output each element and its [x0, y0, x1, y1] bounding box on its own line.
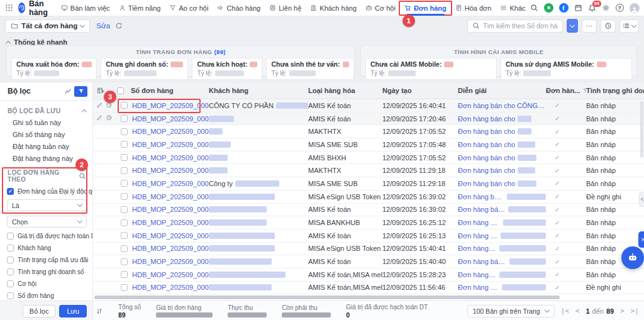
order-number-link[interactable]: HDB_MOP_202509_0000216 — [132, 284, 209, 291]
description-link[interactable]: Đơn hàng bán cho — [458, 180, 515, 187]
order-number-link[interactable]: HDB_MOP_202509_0000237 — [132, 141, 209, 148]
order-number-link[interactable]: HDB_MOP_202509_0000234 — [132, 193, 209, 201]
topnav-item-tiem-nang[interactable]: Tiềm năng — [114, 0, 165, 16]
saved-filter-item[interactable]: Ghi sổ tuần này — [0, 119, 92, 126]
operator-select[interactable]: Là — [7, 199, 87, 211]
collapse-panel-handle[interactable] — [639, 192, 644, 207]
waffle-menu-icon[interactable] — [5, 4, 13, 12]
order-number-link[interactable]: HDB_MOP_202509_0000227 — [132, 245, 209, 252]
row-checkbox[interactable] — [121, 284, 128, 291]
summary-settings-icon[interactable] — [96, 307, 103, 315]
order-number-link[interactable]: HDB_MOP_202509_0000231 — [132, 232, 209, 240]
checkbox-unchecked[interactable] — [7, 280, 14, 287]
checkbox-unchecked[interactable] — [7, 268, 14, 275]
row-checkbox[interactable] — [121, 193, 128, 200]
search-input[interactable] — [483, 22, 558, 30]
table-row[interactable]: HDB_MOP_202509_0000238AMIS BHXH12/09/202… — [93, 152, 644, 165]
table-row[interactable]: HDB_MOP_202509_0000239MAKTHTX12/09/2025 … — [93, 125, 644, 138]
description-link[interactable]: Đơn hàng bán cho — [458, 193, 504, 201]
order-number-link[interactable]: HDB_MOP_202509_0000235 — [132, 102, 209, 109]
filter-field-item[interactable]: Giá trị đã được hạch toán DT — [0, 233, 92, 240]
add-order-button[interactable]: Thêm — [567, 19, 578, 33]
table-row[interactable]: HDB_MOP_202509_0000227MISA eSign USB Tok… — [93, 243, 644, 256]
app-logo[interactable] — [18, 3, 25, 13]
table-row[interactable]: HDB_MOP_202509_0000235CÔNG TY CỔ PHẦNAMI… — [93, 99, 644, 113]
row-checkbox[interactable] — [121, 219, 128, 226]
row-checkbox[interactable] — [121, 180, 128, 187]
description-link[interactable]: Đơn hàng bán cho — [458, 245, 497, 252]
order-number-link[interactable]: HDB_MOP_202509_0000212 — [132, 167, 209, 174]
row-checkbox[interactable] — [121, 258, 128, 265]
insert-column-icon[interactable] — [97, 87, 104, 94]
description-link[interactable]: Đơn hàng bán cho — [458, 167, 515, 174]
order-number-link[interactable]: HDB_MOP_202509_0000212 — [132, 180, 209, 187]
description-link[interactable]: Đơn hàng bán cho — [458, 271, 497, 279]
topnav-item-co-hoi[interactable]: Cơ hội — [361, 0, 400, 16]
filter-by-section[interactable]: LỌC ĐƠN HÀNG THEO — [0, 169, 92, 183]
row-checkbox[interactable] — [121, 232, 128, 239]
clear-filter-button[interactable]: Bỏ lọc — [23, 305, 56, 317]
order-number-link[interactable]: HDB_MOP_202509_0000239 — [132, 128, 209, 135]
value-select[interactable]: Chọn — [7, 216, 87, 228]
table-row[interactable]: HDB_MOP_202509_0000231AMIS Kế toán12/09/… — [93, 229, 644, 243]
table-row[interactable]: HDB_MOP_202509_0000240AMIS Kế toán12/09/… — [93, 113, 644, 126]
chart-view-icon[interactable] — [64, 87, 72, 95]
topnav-item-ban-lam-viec[interactable]: Bàn làm việc — [57, 0, 114, 16]
table-row[interactable]: HDB_MOP_202509_0000233AMIS Kế toán12/09/… — [93, 204, 644, 217]
order-number-link[interactable]: HDB_MOP_202509_0000225 — [132, 271, 209, 279]
last-page-button[interactable]: >| — [631, 307, 639, 315]
expand-panel-tab[interactable] — [638, 231, 644, 248]
row-checkbox[interactable] — [121, 102, 128, 109]
filter-field-item[interactable]: Khách hàng — [0, 245, 92, 251]
filter-field-item[interactable]: Tình trạng cấp mã ưu đãi — [0, 257, 92, 263]
history-icon[interactable] — [106, 114, 113, 123]
table-row[interactable]: HDB_MOP_202509_0000212Công tyMISA SME SU… — [93, 177, 644, 190]
table-row[interactable]: HDB_MOP_202509_0000226AMIS Kế toán12/09/… — [93, 255, 644, 268]
table-search[interactable] — [467, 19, 563, 33]
column-header-3[interactable]: Ngày tạo — [382, 87, 458, 94]
description-link[interactable]: Đơn hàng bán cho — [458, 115, 515, 123]
prev-page-button[interactable]: < — [575, 307, 580, 315]
search-icon[interactable] — [79, 172, 86, 180]
table-row[interactable]: HDB_MOP_202509_0000225AMIS Kế toán,MISA … — [93, 268, 644, 282]
next-page-button[interactable]: > — [620, 307, 625, 315]
user-avatar[interactable] — [630, 3, 640, 13]
view-mode-button[interactable] — [619, 19, 639, 33]
description-link[interactable]: Đơn hàng bán cho — [458, 128, 515, 135]
row-checkbox[interactable] — [121, 115, 128, 122]
order-number-link[interactable]: HDB_MOP_202509_0000233 — [132, 206, 209, 213]
description-link[interactable]: Đơn hàng bán cho — [458, 258, 507, 265]
checkbox-unchecked[interactable] — [7, 257, 14, 263]
edit-view-link[interactable]: Sửa — [96, 22, 110, 30]
history-button[interactable] — [601, 19, 616, 33]
row-checkbox[interactable] — [121, 167, 128, 174]
row-checkbox[interactable] — [121, 206, 128, 213]
saved-filters-section[interactable]: BỘ LỌC ĐÃ LƯU — [0, 108, 92, 114]
exclusive-dealer-filter[interactable]: ✓ Đơn hàng của Đại lý độc quyền — [0, 188, 92, 195]
filter-field-item[interactable]: Số đơn hàng — [0, 292, 92, 299]
column-header-4[interactable]: Diễn giải — [458, 87, 546, 94]
topnav-item-chao-hang[interactable]: Chào hàng — [213, 0, 265, 16]
table-row[interactable]: HDB_MOP_202509_0000212MAKTHTX12/09/2025 … — [93, 164, 644, 177]
more-actions-button[interactable]: ··· — [582, 19, 597, 33]
settings-gear-icon[interactable] — [602, 4, 610, 12]
row-checkbox[interactable] — [121, 128, 128, 135]
topnav-item-khach-hang[interactable]: Khách hàng — [306, 0, 361, 16]
row-checkbox[interactable] — [121, 141, 128, 148]
filter-field-item[interactable]: Tình trạng ghi doanh số — [0, 268, 92, 275]
table-row[interactable]: HDB_MOP_202509_0000234MISA eSign USB Tok… — [93, 190, 644, 204]
filter-field-item[interactable]: Cơ hội — [0, 280, 92, 287]
checkbox-checked[interactable]: ✓ — [7, 188, 14, 195]
vertical-scrollbar[interactable] — [640, 101, 643, 158]
column-header-2[interactable]: Loại hàng hóa — [308, 87, 382, 94]
help-icon[interactable]: ? — [616, 4, 624, 12]
table-row[interactable]: HDB_MOP_202509_0000216AMIS Kế toán,MISA … — [93, 282, 644, 295]
row-checkbox[interactable] — [121, 154, 128, 161]
checkbox-unchecked[interactable] — [7, 233, 14, 240]
filter-view-button[interactable] — [74, 86, 87, 97]
row-checkbox[interactable] — [121, 245, 128, 252]
description-link[interactable]: Đơn hàng bán cho — [458, 284, 499, 291]
save-filter-button[interactable]: Lưu — [59, 305, 87, 317]
topnav-item-lien-he[interactable]: Liên hệ — [265, 0, 306, 16]
notifications-bell-icon[interactable]: 99 — [588, 4, 596, 12]
